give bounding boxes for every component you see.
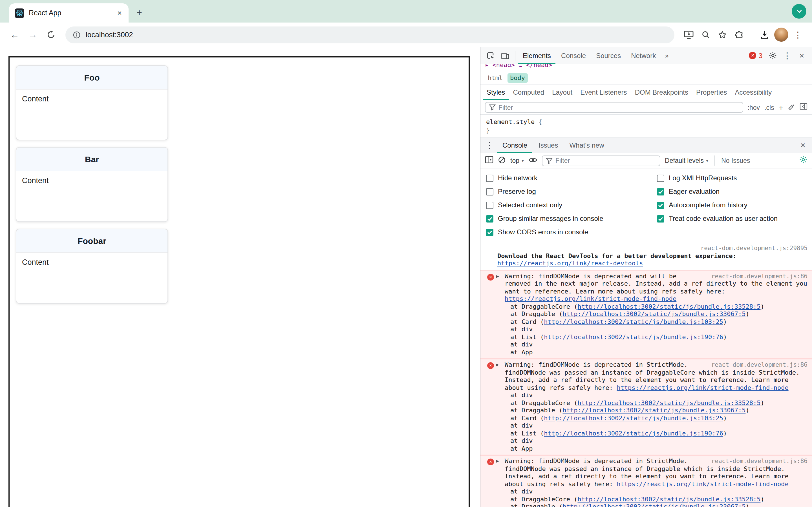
- downloads-button[interactable]: [757, 27, 772, 42]
- tab-console[interactable]: Console: [557, 47, 591, 64]
- bundle-link[interactable]: http://localhost:3002/static/js/bundle.j…: [544, 430, 723, 437]
- new-style-rule-button[interactable]: +: [779, 103, 783, 112]
- extensions-button[interactable]: [732, 27, 747, 42]
- checkbox-treat-eval-user-action[interactable]: Treat code evaluation as user action: [657, 212, 777, 225]
- tab-close-icon[interactable]: ✕: [115, 8, 124, 17]
- checkbox-selected-context-only[interactable]: Selected context only: [486, 198, 657, 212]
- live-expression-button[interactable]: [528, 156, 538, 165]
- console-error-message[interactable]: ✕ ▶ react-dom.development.js:86 Warning:…: [480, 359, 812, 455]
- install-app-button[interactable]: [681, 27, 696, 42]
- inspect-element-button[interactable]: [484, 49, 497, 62]
- style-rule-editor[interactable]: element.style { }: [480, 115, 812, 138]
- gear-icon: [768, 51, 777, 60]
- issues-status[interactable]: No Issues: [721, 157, 750, 164]
- computed-sidebar-toggle-button[interactable]: [800, 103, 808, 112]
- styles-filter-input[interactable]: Filter: [485, 102, 743, 113]
- more-tabs-button[interactable]: »: [661, 52, 672, 59]
- card-bar[interactable]: Bar Content: [16, 147, 168, 222]
- breadcrumb-body[interactable]: body: [507, 73, 528, 83]
- tab-network[interactable]: Network: [626, 47, 660, 64]
- bundle-link[interactable]: http://localhost:3002/static/js/bundle.j…: [544, 414, 723, 421]
- drawer-tab-whats-new[interactable]: What's new: [564, 138, 609, 153]
- toggle-element-state-button[interactable]: :hov: [748, 104, 760, 111]
- forward-button[interactable]: →: [25, 27, 41, 43]
- new-tab-button[interactable]: +: [132, 6, 147, 20]
- checkbox-autocomplete-history[interactable]: Autocomplete from history: [657, 198, 777, 212]
- message-source-link[interactable]: react-dom.development.js:86: [711, 457, 808, 465]
- refresh-button[interactable]: [43, 27, 59, 43]
- bundle-link[interactable]: http://localhost:3002/static/js/bundle.j…: [562, 503, 746, 507]
- back-button[interactable]: ←: [7, 27, 22, 43]
- tab-search-button[interactable]: [792, 4, 806, 18]
- console-error-message[interactable]: ✕ ▶ react-dom.development.js:86 Warning:…: [480, 270, 812, 359]
- tab-computed[interactable]: Computed: [509, 85, 548, 100]
- console-messages[interactable]: react-dom.development.js:29895 Download …: [480, 243, 812, 507]
- device-toolbar-button[interactable]: [499, 49, 512, 62]
- browser-tab[interactable]: React App ✕: [9, 3, 129, 22]
- style-selector[interactable]: element.style: [486, 118, 535, 126]
- drawer-close-button[interactable]: ✕: [796, 138, 810, 152]
- console-filter-input[interactable]: Filter: [542, 155, 660, 166]
- strict-mode-link[interactable]: https://reactjs.org/link/strict-mode-fin…: [505, 295, 676, 302]
- devtools-download-link[interactable]: https://reactjs.org/link/react-devtools: [497, 260, 643, 267]
- bundle-link[interactable]: http://localhost:3002/static/js/bundle.j…: [577, 399, 760, 406]
- devtools-menu-button[interactable]: ⋮: [780, 49, 794, 62]
- log-levels-select[interactable]: Default levels ▾: [665, 157, 708, 164]
- card-foobar[interactable]: Foobar Content: [16, 229, 168, 304]
- site-info-icon[interactable]: [73, 31, 81, 39]
- drawer-tab-console[interactable]: Console: [497, 138, 532, 153]
- element-classes-button[interactable]: .cls: [764, 104, 774, 111]
- bundle-link[interactable]: http://localhost:3002/static/js/bundle.j…: [577, 303, 760, 310]
- console-error-message[interactable]: ✕ ▶ react-dom.development.js:86 Warning:…: [480, 455, 812, 507]
- devtools-settings-button[interactable]: [766, 49, 779, 62]
- bookmark-button[interactable]: [715, 27, 730, 42]
- search-lens-button[interactable]: [698, 27, 713, 42]
- javascript-context-select[interactable]: top ▾: [510, 157, 524, 164]
- expand-caret-icon[interactable]: ▶: [496, 272, 499, 280]
- message-source-link[interactable]: react-dom.development.js:29895: [497, 244, 808, 252]
- tab-layout[interactable]: Layout: [548, 85, 576, 100]
- checkbox-group-similar[interactable]: Group similar messages in console: [486, 212, 657, 225]
- font-editor-button[interactable]: [788, 103, 795, 112]
- tab-sources[interactable]: Sources: [592, 47, 625, 64]
- bundle-link[interactable]: http://localhost:3002/static/js/bundle.j…: [562, 407, 746, 414]
- console-settings-button[interactable]: [799, 156, 808, 166]
- checkbox-hide-network[interactable]: Hide network: [486, 171, 657, 185]
- elements-tree[interactable]: ▸ <head> … </head>: [480, 64, 812, 71]
- expand-caret-icon[interactable]: ▶: [496, 457, 499, 465]
- breadcrumb-html[interactable]: html: [485, 73, 506, 83]
- tab-event-listeners[interactable]: Event Listeners: [576, 85, 631, 100]
- bundle-link[interactable]: http://localhost:3002/static/js/bundle.j…: [544, 318, 723, 325]
- tab-dom-breakpoints[interactable]: DOM Breakpoints: [631, 85, 692, 100]
- drawer-tab-issues[interactable]: Issues: [534, 138, 563, 153]
- drawer-menu-button[interactable]: ⋮: [483, 138, 496, 152]
- profile-avatar[interactable]: [774, 27, 788, 42]
- message-source-link[interactable]: react-dom.development.js:86: [711, 272, 808, 280]
- clear-console-button[interactable]: [498, 156, 506, 165]
- download-icon: [760, 30, 769, 39]
- stack-frame: at Draggable (http://localhost:3002/stat…: [505, 503, 808, 507]
- address-bar[interactable]: localhost:3002: [65, 26, 674, 43]
- strict-mode-link[interactable]: https://reactjs.org/link/strict-mode-fin…: [617, 384, 788, 391]
- url-text[interactable]: localhost:3002: [86, 31, 133, 39]
- checkbox-log-xmlhttprequests[interactable]: Log XMLHttpRequests: [657, 171, 777, 185]
- checkbox-eager-evaluation[interactable]: Eager evaluation: [657, 185, 777, 198]
- error-count-badge[interactable]: ✕ 3: [747, 52, 765, 59]
- message-source-link[interactable]: react-dom.development.js:86: [711, 361, 808, 369]
- bundle-link[interactable]: http://localhost:3002/static/js/bundle.j…: [544, 333, 723, 341]
- console-sidebar-button[interactable]: [485, 156, 493, 165]
- tab-elements[interactable]: Elements: [518, 47, 555, 64]
- tab-styles[interactable]: Styles: [483, 85, 509, 100]
- console-settings-panel: Hide network Preserve log Selected conte…: [480, 168, 812, 243]
- tab-accessibility[interactable]: Accessibility: [731, 85, 776, 100]
- checkbox-show-cors-errors[interactable]: Show CORS errors in console: [486, 225, 657, 239]
- bundle-link[interactable]: http://localhost:3002/static/js/bundle.j…: [562, 311, 746, 318]
- strict-mode-link[interactable]: https://reactjs.org/link/strict-mode-fin…: [617, 480, 788, 488]
- tab-properties[interactable]: Properties: [692, 85, 731, 100]
- bundle-link[interactable]: http://localhost:3002/static/js/bundle.j…: [577, 496, 760, 503]
- browser-menu-button[interactable]: ⋮: [791, 27, 805, 42]
- devtools-close-button[interactable]: ✕: [795, 49, 809, 62]
- expand-caret-icon[interactable]: ▶: [496, 361, 499, 369]
- card-foo[interactable]: Foo Content: [16, 65, 168, 140]
- checkbox-preserve-log[interactable]: Preserve log: [486, 185, 657, 198]
